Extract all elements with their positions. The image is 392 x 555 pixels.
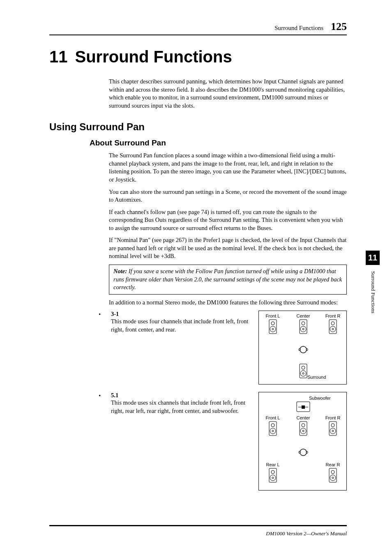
svg-point-31 (331, 424, 334, 427)
subsection-heading: About Surround Pan (90, 138, 347, 147)
speaker-icon (267, 421, 278, 436)
chapter-name: Surround Functions (75, 48, 232, 66)
speaker-label: Center (291, 415, 316, 420)
side-tab-chapter-number: 11 (366, 251, 380, 265)
svg-rect-21 (302, 405, 305, 409)
speaker-icon (327, 421, 338, 436)
svg-point-32 (330, 428, 336, 434)
svg-point-6 (300, 326, 306, 332)
speaker-icon (267, 468, 278, 483)
mode-3-1: • 3-1 This mode uses four channels that … (99, 311, 347, 385)
svg-point-5 (302, 322, 305, 325)
svg-point-24 (270, 428, 276, 434)
header-page-number: 125 (331, 21, 347, 33)
mode-text: 5.1 This mode uses six channels that inc… (111, 392, 251, 415)
listener-icon (298, 345, 308, 355)
svg-point-42 (331, 470, 334, 474)
svg-point-23 (271, 424, 274, 427)
svg-point-38 (271, 470, 274, 474)
svg-point-11 (332, 328, 334, 330)
listener-icon (298, 447, 308, 457)
speaker-label: Surround (307, 375, 326, 380)
svg-point-1 (271, 322, 274, 325)
chapter-number: 11 (49, 48, 68, 66)
speaker-label: Front R (321, 313, 345, 318)
speaker-icon (327, 468, 338, 483)
header-title: Surround Functions (274, 25, 323, 32)
svg-point-40 (272, 477, 274, 479)
subwoofer-icon (296, 401, 310, 412)
mode-name: 3-1 (111, 311, 251, 318)
body-text: The Surround Pan function places a sound… (109, 152, 347, 306)
svg-point-28 (300, 428, 306, 434)
speaker-label: Front L (261, 415, 285, 420)
footer-rule (49, 525, 347, 526)
svg-point-2 (270, 326, 276, 332)
section-heading: Using Surround Pan (49, 121, 347, 133)
footer-text: DM1000 Version 2—Owner's Manual (266, 530, 347, 537)
side-tab-chapter-name: Surround Functions (370, 271, 376, 313)
svg-point-25 (272, 430, 274, 432)
note-text: If you save a scene with the Follow Pan … (113, 268, 342, 290)
paragraph: If each channel's follow pan (see page 7… (109, 208, 347, 233)
svg-point-33 (332, 430, 334, 432)
svg-point-12 (300, 346, 307, 353)
mode-description: This mode uses four channels that includ… (111, 318, 251, 334)
mode-name: 5.1 (111, 392, 251, 399)
speaker-label: Subwoofer (309, 396, 331, 401)
svg-point-29 (302, 430, 304, 432)
svg-point-34 (300, 449, 307, 456)
svg-point-3 (272, 328, 274, 330)
bullet-icon: • (99, 311, 104, 318)
diagram-5-1: Subwoofer Front L Center Front R Rear L … (258, 392, 347, 491)
diagram-3-1: Front L Center Front R Surround (258, 311, 347, 385)
paragraph: In addition to a normal Stereo mode, the… (109, 299, 347, 307)
speaker-icon (298, 319, 309, 334)
paragraph: If "Nominal Pan" (see page 267) in the P… (109, 236, 347, 260)
svg-point-44 (332, 477, 334, 479)
speaker-icon (267, 319, 278, 334)
speaker-icon (327, 319, 338, 334)
mode-5-1: • 5.1 This mode uses six channels that i… (99, 392, 347, 491)
svg-point-39 (270, 475, 276, 481)
mode-description: This mode uses six channels that include… (111, 399, 251, 415)
speaker-label: Rear L (261, 462, 285, 467)
bullet-icon: • (99, 392, 104, 399)
note-callout: Note: If you save a scene with the Follo… (109, 265, 347, 295)
svg-point-43 (330, 475, 336, 481)
svg-point-16 (302, 366, 305, 369)
speaker-icon (298, 421, 309, 436)
paragraph: You can also store the surround pan sett… (109, 188, 347, 204)
svg-point-10 (330, 326, 336, 332)
chapter-intro: This chapter describes surround panning,… (109, 78, 347, 110)
mode-text: 3-1 This mode uses four channels that in… (111, 311, 251, 334)
svg-point-27 (302, 424, 305, 427)
speaker-label: Front R (321, 415, 345, 420)
paragraph: The Surround Pan function places a sound… (109, 152, 347, 184)
page-header: Surround Functions 125 (49, 21, 347, 35)
svg-point-18 (302, 373, 304, 374)
speaker-label: Front L (261, 313, 285, 318)
svg-point-7 (302, 328, 304, 330)
svg-point-17 (300, 371, 306, 376)
note-label: Note: (113, 268, 127, 274)
speaker-label: Rear R (321, 462, 345, 467)
svg-point-9 (331, 322, 334, 325)
speaker-label: Center (291, 313, 316, 318)
chapter-title: 11 Surround Functions (49, 48, 347, 66)
